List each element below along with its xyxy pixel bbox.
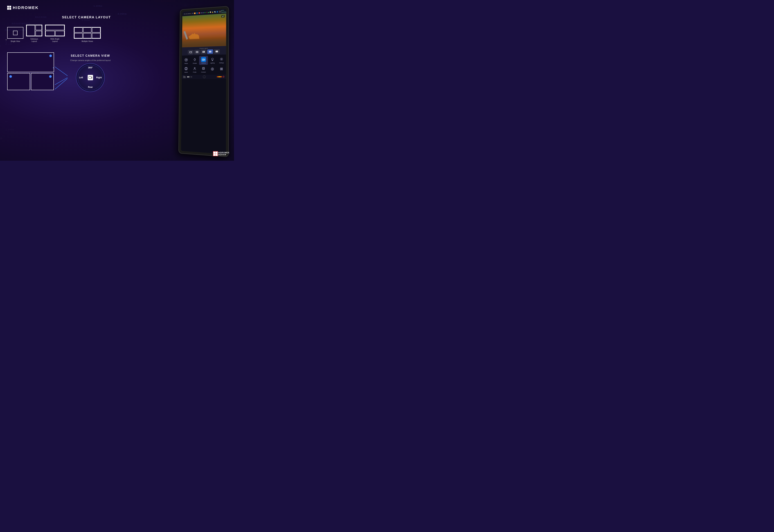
preview-bottom-left[interactable] [7,73,30,90]
arrow-right-icon: ▶ [205,12,206,13]
nav-bars-icon [183,76,186,78]
mv-cell-6 [92,33,100,38]
app-connect[interactable]: Connect [199,65,208,74]
layout-option-sideways[interactable]: SidewaysLayout [26,25,42,42]
play-icon: ▶ [208,11,209,13]
progress-fill [187,76,189,77]
left-panel: HiDROMEK SELECT CAMERA LAYOUT + Single V… [0,0,173,161]
ground-shadow [182,36,226,47]
app-extra1[interactable] [208,65,217,74]
brand-bottom: HIDROMEK DESIGN [213,151,229,156]
svg-rect-11 [197,51,198,53]
layout-btn-single[interactable] [188,50,193,54]
camera-label: Camera [201,62,206,64]
app-extra2[interactable] [217,64,226,74]
preview-top-cell[interactable] [7,52,54,72]
layout-title: SELECT CAMERA LAYOUT [7,15,166,19]
color-bar [217,76,222,77]
bottom-nav: ◀ ⌂ [182,75,226,79]
layout-btn-grid4[interactable] [207,49,213,54]
home-button[interactable]: ⌂ [203,75,206,78]
mv-cell-4 [83,33,92,38]
wifi-icon: 📡 [214,11,216,13]
svg-rect-23 [217,51,217,52]
circle-ticks [76,64,104,92]
brand-line2: DESIGN [218,154,229,156]
status-date: 29.10.2024 [184,13,191,15]
app-camera[interactable]: Camera [199,56,208,65]
lighting-svg [211,57,214,61]
camera-svg [202,58,205,61]
preview-bottom-cells [7,73,54,90]
app-profile[interactable]: Profile [190,65,199,74]
nav-icon: 🧭 [210,11,211,13]
sideways-view-icon[interactable] [26,25,42,36]
svg-rect-1 [9,6,11,8]
mv-cell-3 [83,27,92,33]
alert-icon: 🔴 [198,12,200,14]
status-icons: ⚠ ⚙ 📶 👤 🔴 09:41 ▶ ⏸ ▶ 🧭 🔒 📡 [190,10,221,14]
app-settings[interactable]: Settings [217,55,226,64]
brand-line1: HIDROMEK [218,152,229,154]
split2-btn-icon [196,51,198,53]
home-icon: ⌂ [204,76,205,78]
app-media[interactable]: Media [182,56,190,65]
brand-name: HiDROMEK [13,5,39,10]
sideways-right-bottom [35,31,42,36]
app-climate[interactable]: Climate [190,56,199,65]
single-btn-icon [190,51,192,53]
preview-dot-bl [9,75,12,78]
app-lighting[interactable]: Lighting [208,55,217,65]
svg-rect-0 [7,6,9,8]
wide-view-icon[interactable] [45,25,65,36]
connector-lines [55,61,73,90]
layout-option-wide[interactable]: Wide AngleLayout [45,25,65,42]
circular-direction-selector[interactable]: 360° Left Right Rear [76,63,105,92]
svg-rect-15 [209,51,210,51]
svg-rect-17 [209,52,210,52]
layout-btn-vsplit[interactable] [201,49,206,54]
single-view-icon[interactable]: + [7,27,23,39]
power-icon [222,76,224,78]
lock-icon: 🔒 [212,11,213,13]
svg-rect-2 [7,8,9,10]
mv-cell-1 [74,27,83,33]
device: 29.10.2024 ⚠ ⚙ 📶 👤 🔴 09:41 ▶ ⏸ ▶ 🧭 [178,6,229,157]
svg-point-33 [221,58,222,59]
brand-text: HIDROMEK DESIGN [218,152,229,156]
svg-rect-9 [190,51,192,53]
layout-btn-split2[interactable] [194,50,200,54]
camera-view-selector: SELECT CAMERA VIEW Change camera angles … [70,52,111,92]
svg-rect-21 [217,51,218,51]
media-svg [185,58,188,62]
layout-btn-grid6[interactable] [214,49,220,54]
svg-rect-47 [185,76,186,78]
choose-layout-section: Choose Layout [182,46,226,56]
connect-icon [201,66,206,71]
svg-point-8 [78,65,104,91]
wide-bottom-left [45,31,55,36]
camera-preview [7,52,54,90]
layout-option-single[interactable]: + Single View [7,27,23,42]
layout-option-multiple[interactable]: Multiple Views [74,27,101,42]
preview-bottom-right[interactable] [31,73,54,90]
sound-icon[interactable]: 🔊 [221,15,225,18]
preview-dot-top [49,55,52,57]
media-label: Media [185,63,188,64]
app-assist[interactable]: Assist [182,65,190,74]
mv-col-2 [83,27,92,38]
sideways-label: SidewaysLayout [30,38,38,42]
bottom-section: SELECT CAMERA VIEW Change camera angles … [7,52,166,92]
sideways-right-top [35,25,42,30]
svg-rect-19 [216,51,216,51]
mv-cell-2 [74,33,83,38]
svg-point-30 [203,59,204,60]
camera-icon [201,57,206,62]
svg-rect-44 [222,69,222,70]
mv-cell-5 [92,27,100,33]
progress-label: ◀ [191,76,192,78]
single-view-label: Single View [11,40,20,42]
assist-icon [184,66,188,71]
connect-label: Connect [201,71,206,73]
multiple-view-icon[interactable] [74,27,101,39]
